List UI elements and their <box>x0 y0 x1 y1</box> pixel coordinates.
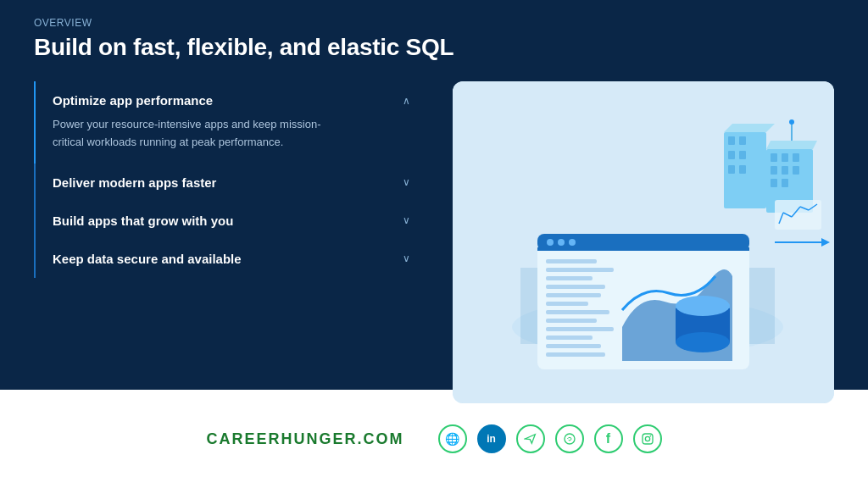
svg-rect-46 <box>546 352 605 357</box>
facebook-icon[interactable]: f <box>594 424 623 453</box>
chevron-up-icon: ∧ <box>403 95 410 107</box>
telegram-icon[interactable] <box>516 424 545 453</box>
svg-rect-36 <box>546 268 614 272</box>
svg-rect-2 <box>728 136 735 145</box>
main-title: Build on fast, flexible, and elastic SQL <box>34 34 834 61</box>
chevron-down-icon-build: ∨ <box>403 214 410 226</box>
accordion-item-security[interactable]: Keep data secure and available ∨ <box>34 240 427 278</box>
svg-rect-43 <box>546 327 614 331</box>
accordion-title-build: Build apps that grow with you <box>53 214 233 228</box>
svg-rect-42 <box>546 319 597 323</box>
svg-rect-12 <box>793 153 799 162</box>
svg-rect-13 <box>771 166 777 175</box>
accordion-title-deliver: Deliver modern apps faster <box>53 175 216 190</box>
svg-point-20 <box>789 119 794 125</box>
svg-rect-54 <box>643 434 653 444</box>
accordion-item-deliver[interactable]: Deliver modern apps faster ∨ <box>34 164 427 202</box>
svg-rect-17 <box>782 179 788 187</box>
svg-rect-38 <box>546 285 605 289</box>
svg-rect-11 <box>782 153 788 162</box>
svg-rect-37 <box>546 276 593 280</box>
svg-marker-8 <box>724 124 775 132</box>
globe-icon[interactable]: 🌐 <box>438 424 467 453</box>
svg-rect-7 <box>739 165 746 174</box>
main-section: OVERVIEW Build on fast, flexible, and el… <box>0 0 868 390</box>
accordion-item-optimize[interactable]: Optimize app performance ∧ Power your re… <box>34 81 427 164</box>
accordion-body-optimize: Power your resource-intensive apps and k… <box>53 116 358 152</box>
svg-rect-39 <box>546 293 601 297</box>
accordion-header: Optimize app performance ∧ <box>53 93 427 108</box>
svg-rect-10 <box>771 153 777 162</box>
illustration-svg <box>453 81 834 403</box>
accordion-panel: Optimize app performance ∧ Power your re… <box>34 81 427 403</box>
svg-rect-14 <box>782 166 788 175</box>
whatsapp-icon[interactable] <box>555 424 584 453</box>
image-panel <box>453 81 834 403</box>
linkedin-icon[interactable]: in <box>477 424 506 453</box>
svg-rect-41 <box>546 310 609 314</box>
footer-section: CAREERHUNGER.COM 🌐 in f <box>0 390 868 488</box>
svg-point-34 <box>569 239 576 246</box>
svg-point-49 <box>676 332 730 352</box>
svg-rect-4 <box>728 151 735 159</box>
accordion-item-build[interactable]: Build apps that grow with you ∨ <box>34 202 427 240</box>
svg-rect-16 <box>771 179 777 187</box>
svg-rect-15 <box>793 166 799 175</box>
svg-marker-18 <box>766 141 817 149</box>
accordion-title-security: Keep data secure and available <box>53 252 242 266</box>
svg-point-53 <box>565 434 575 444</box>
footer-brand: CAREERHUNGER.COM <box>206 430 403 448</box>
svg-rect-35 <box>546 259 597 263</box>
svg-point-33 <box>558 239 565 246</box>
accordion-header-build: Build apps that grow with you ∨ <box>53 214 427 228</box>
accordion-header-deliver: Deliver modern apps faster ∨ <box>53 175 427 190</box>
svg-point-50 <box>676 296 730 316</box>
svg-rect-44 <box>546 336 593 340</box>
chevron-down-icon-deliver: ∨ <box>403 176 410 188</box>
instagram-icon[interactable] <box>633 424 662 453</box>
svg-point-55 <box>645 436 649 441</box>
svg-rect-40 <box>546 302 588 306</box>
content-area: Optimize app performance ∧ Power your re… <box>34 81 834 403</box>
svg-point-56 <box>649 435 651 437</box>
svg-rect-3 <box>739 136 746 145</box>
social-icons: 🌐 in f <box>438 424 662 453</box>
svg-rect-5 <box>739 151 746 159</box>
svg-rect-31 <box>537 247 749 251</box>
chevron-down-icon-security: ∨ <box>403 252 410 264</box>
accordion-header-security: Keep data secure and available ∨ <box>53 252 427 266</box>
overview-label: OVERVIEW <box>34 17 834 29</box>
svg-rect-6 <box>728 165 735 174</box>
accordion-title-optimize: Optimize app performance <box>53 93 213 108</box>
svg-rect-45 <box>546 344 601 348</box>
svg-point-32 <box>547 239 554 246</box>
